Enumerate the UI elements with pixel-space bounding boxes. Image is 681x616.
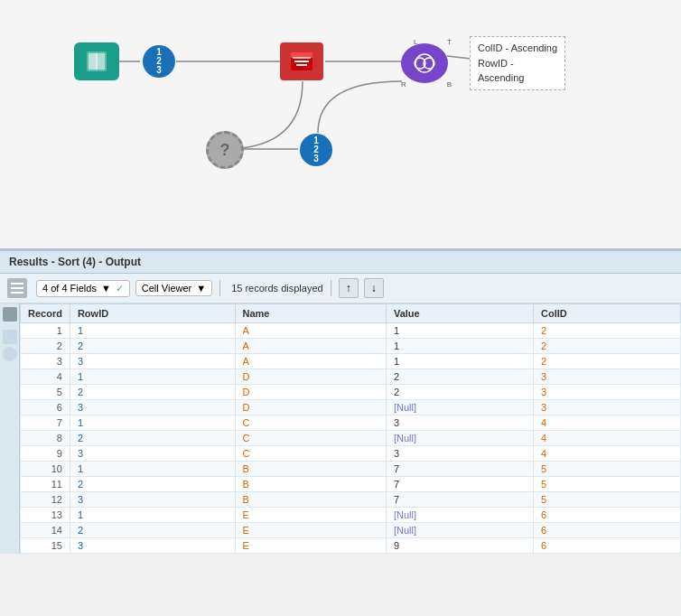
scroll-down-btn[interactable]: ↓ [364,278,384,298]
join-node[interactable]: L T B R [401,42,452,85]
cell-rowid: 2 [70,431,235,446]
svg-rect-22 [11,283,23,285]
results-header: Results - Sort (4) - Output [0,251,681,274]
cell-value: 1 [386,339,533,354]
data-table-wrapper[interactable]: Record RowID Name Value ColID 11A1222A12… [20,303,681,554]
cell-value: 2 [386,369,533,385]
cell-record: 7 [21,415,70,431]
col-header-value: Value [386,304,533,323]
table-row: 112B75 [21,477,681,492]
svg-rect-8 [98,53,105,70]
sidebar-icon-3[interactable] [3,347,17,361]
cell-rowid: 2 [70,385,235,400]
question-node[interactable]: ? [206,131,244,169]
cell-value: [Null] [386,400,533,415]
cell-rowid: 1 [70,415,235,431]
data-table: Record RowID Name Value ColID 11A1222A12… [20,303,681,554]
cell-name: D [235,369,386,385]
table-header-row: Record RowID Name Value ColID [21,304,681,323]
cell-viewer-btn[interactable]: Cell Viewer ▼ [135,280,212,296]
cell-record: 3 [21,354,70,369]
cell-rowid: 3 [70,446,235,462]
cell-record: 9 [21,446,70,462]
cell-name: D [235,385,386,400]
cell-value: [Null] [386,431,533,446]
sidebar-toggle-icon[interactable] [7,278,27,298]
cell-colid: 5 [533,477,680,492]
cell-value: 7 [386,462,533,477]
cell-record: 13 [21,508,70,523]
cell-value: 7 [386,492,533,508]
svg-rect-24 [11,292,23,294]
cell-value: [Null] [386,508,533,523]
scroll-up-btn[interactable]: ↑ [339,278,359,298]
cell-name: B [235,462,386,477]
cell-value: 3 [386,415,533,431]
cell-value: 1 [386,354,533,369]
cell-rowid: 3 [70,538,235,554]
cell-record: 8 [21,431,70,446]
col-header-colid: ColID [533,304,680,323]
cell-colid: 4 [533,431,680,446]
cell-rowid: 2 [70,339,235,354]
workflow-canvas: 123 L T B [0,0,681,248]
cell-value: 1 [386,323,533,339]
cell-colid: 3 [533,400,680,415]
cell-record: 4 [21,369,70,385]
table-row: 22A12 [21,339,681,354]
cell-colid: 2 [533,339,680,354]
col-header-rowid: RowID [70,304,235,323]
table-row: 82C[Null]4 [21,431,681,446]
sidebar-icon-2[interactable] [3,330,17,344]
cell-record: 12 [21,492,70,508]
cell-rowid: 1 [70,508,235,523]
filter-node[interactable] [280,42,323,80]
cell-rowid: 1 [70,323,235,339]
cell-name: E [235,508,386,523]
left-sidebar [0,303,20,554]
cell-rowid: 1 [70,462,235,477]
sidebar-icon-1[interactable] [3,307,17,322]
cell-name: C [235,446,386,462]
records-count: 15 records displayed [231,283,323,294]
cell-name: D [235,400,386,415]
cell-colid: 5 [533,462,680,477]
cell-rowid: 3 [70,354,235,369]
table-area: Record RowID Name Value ColID 11A1222A12… [0,303,681,554]
cell-record: 11 [21,477,70,492]
cell-record: 14 [21,523,70,538]
table-row: 153E96 [21,538,681,554]
cell-record: 15 [21,538,70,554]
table-row: 52D23 [21,385,681,400]
cell-colid: 3 [533,385,680,400]
table-row: 101B75 [21,462,681,477]
table-row: 123B75 [21,492,681,508]
cell-value: 3 [386,446,533,462]
cell-colid: 4 [533,415,680,431]
cell-colid: 6 [533,538,680,554]
cell-rowid: 3 [70,400,235,415]
cell-colid: 4 [533,446,680,462]
cell-record: 6 [21,400,70,415]
col-header-record: Record [21,304,70,323]
book-node[interactable] [74,42,119,80]
cell-colid: 5 [533,492,680,508]
table-row: 41D23 [21,369,681,385]
table-row: 33A12 [21,354,681,369]
cell-rowid: 2 [70,523,235,538]
col-header-name: Name [235,304,386,323]
cell-value: 7 [386,477,533,492]
table-row: 142E[Null]6 [21,523,681,538]
number-node-1[interactable]: 123 [143,45,175,78]
cell-name: E [235,538,386,554]
cell-colid: 6 [533,508,680,523]
number-node-2[interactable]: 123 [300,134,332,166]
cell-name: E [235,523,386,538]
cell-rowid: 3 [70,492,235,508]
table-row: 63D[Null]3 [21,400,681,415]
fields-selector[interactable]: 4 of 4 Fields ▼ ✓ [36,280,130,297]
cell-rowid: 2 [70,477,235,492]
svg-rect-23 [11,287,23,289]
cell-name: A [235,339,386,354]
svg-point-15 [415,54,434,72]
